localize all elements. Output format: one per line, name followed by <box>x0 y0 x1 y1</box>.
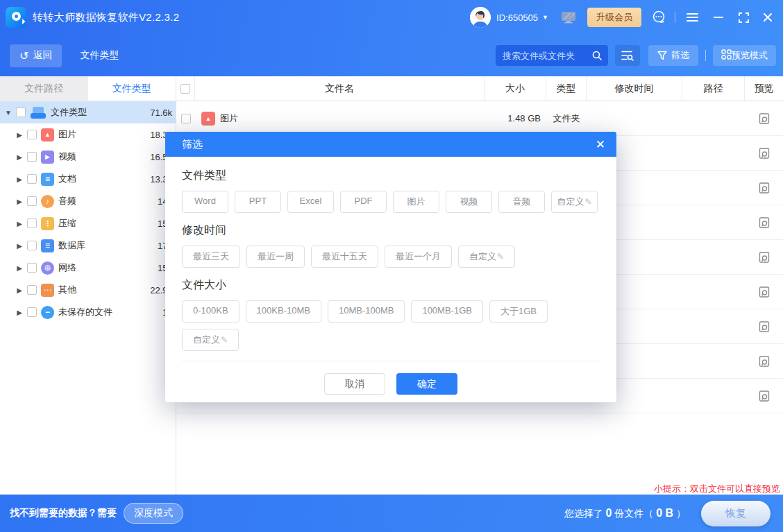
search-input[interactable] <box>503 51 591 61</box>
checkbox[interactable] <box>27 263 37 273</box>
preview-button[interactable] <box>745 320 783 333</box>
user-id[interactable]: ID:650505 <box>496 12 538 23</box>
option-custom-size[interactable]: 自定义✎ <box>182 329 239 351</box>
sidebar-item-documents[interactable]: ▶ ≡ 文档 13.3k <box>0 168 176 190</box>
menu-icon[interactable] <box>687 12 698 22</box>
column-path[interactable]: 路径 <box>682 76 745 101</box>
sidebar-item-network[interactable]: ▶ ⊕ 网络 15k <box>0 257 176 279</box>
sidebar-item-label: 其他 <box>58 284 76 296</box>
row-checkbox[interactable] <box>181 114 191 123</box>
sidebar-item-label: 图片 <box>58 128 76 141</box>
dialog-header[interactable]: 筛选 ✕ <box>165 132 616 157</box>
modified-time-options: 最近三天 最近一周 最近十五天 最近一个月 自定义✎ <box>182 246 600 268</box>
column-size[interactable]: 大小 <box>485 76 546 101</box>
sidebar-item-archives[interactable]: ▶ ⋮ 压缩 15k <box>0 212 176 234</box>
tab-file-path[interactable]: 文件路径 <box>0 76 88 101</box>
chevron-collapsed-icon[interactable]: ▶ <box>15 198 24 205</box>
column-filename[interactable]: 文件名 <box>195 76 485 101</box>
search-box[interactable] <box>496 45 608 66</box>
column-preview[interactable]: 预览 <box>745 76 783 101</box>
checkbox[interactable] <box>27 307 37 317</box>
chevron-collapsed-icon[interactable]: ▶ <box>15 264 24 272</box>
checkbox[interactable] <box>27 218 37 228</box>
option-custom-type[interactable]: 自定义✎ <box>551 191 598 213</box>
chevron-expanded-icon[interactable]: ▼ <box>4 109 12 117</box>
preview-button[interactable] <box>745 182 783 194</box>
option-last-week[interactable]: 最近一周 <box>246 246 305 268</box>
chevron-collapsed-icon[interactable]: ▶ <box>15 131 24 139</box>
option-image[interactable]: 图片 <box>393 191 439 213</box>
option-size-100mb-1gb[interactable]: 100MB-1GB <box>411 300 483 323</box>
maximize-icon[interactable] <box>739 12 749 23</box>
option-size-gt-1gb[interactable]: 大于1GB <box>489 300 548 323</box>
column-type[interactable]: 类型 <box>546 76 587 101</box>
upgrade-member-button[interactable]: 升级会员 <box>587 8 641 27</box>
device-monitor-icon[interactable] <box>561 11 576 24</box>
sidebar-item-audio[interactable]: ▶ ♪ 音频 14k <box>0 190 176 212</box>
chevron-collapsed-icon[interactable]: ▶ <box>15 242 24 250</box>
checkbox[interactable] <box>27 130 37 139</box>
app-window: 转转大师数据恢复软件V2.2.3.2 ID:650505 ▼ <box>0 0 783 532</box>
preview-mode-button[interactable]: 预览模式 <box>713 45 776 66</box>
sidebar-item-unsaved[interactable]: ▶ − 未保存的文件 1k <box>0 301 176 323</box>
option-last-15-days[interactable]: 最近十五天 <box>311 246 378 268</box>
option-ppt[interactable]: PPT <box>235 191 281 213</box>
sidebar-item-videos[interactable]: ▶ ▶ 视频 16.5k <box>0 146 176 168</box>
deep-scan-prompt: 找不到需要的数据？需要 <box>10 507 117 520</box>
chevron-collapsed-icon[interactable]: ▶ <box>15 220 24 228</box>
dialog-close-icon[interactable]: ✕ <box>596 139 605 151</box>
preview-button[interactable] <box>745 286 783 298</box>
checkbox[interactable] <box>27 241 37 250</box>
option-last-3-days[interactable]: 最近三天 <box>182 246 240 268</box>
select-all-checkbox[interactable] <box>180 84 190 94</box>
option-last-month[interactable]: 最近一个月 <box>385 246 452 268</box>
chevron-collapsed-icon[interactable]: ▶ <box>15 286 24 294</box>
preview-button[interactable] <box>745 216 783 229</box>
sidebar-item-other[interactable]: ▶ ⋯ 其他 22.9k <box>0 279 176 301</box>
chevron-collapsed-icon[interactable]: ▶ <box>15 309 24 316</box>
list-search-button[interactable] <box>615 45 640 66</box>
back-button[interactable]: ↺ 返回 <box>10 44 62 67</box>
option-word[interactable]: Word <box>182 191 228 213</box>
checkbox[interactable] <box>16 108 26 117</box>
sidebar-item-file-type[interactable]: ▼ 文件类型 71.6k <box>0 101 176 123</box>
preview-button[interactable] <box>745 147 783 160</box>
divider <box>705 50 706 61</box>
checkbox[interactable] <box>27 152 37 162</box>
confirm-button[interactable]: 确定 <box>396 373 457 395</box>
option-size-100kb-10mb[interactable]: 100KB-10MB <box>246 300 321 323</box>
customer-service-icon[interactable] <box>651 10 666 25</box>
deep-mode-button[interactable]: 深度模式 <box>124 503 183 524</box>
table-row[interactable]: ▲ 图片 1.48 GB 文件夹 <box>176 101 783 136</box>
option-size-0-100kb[interactable]: 0-100KB <box>182 300 239 323</box>
option-size-10mb-100mb[interactable]: 10MB-100MB <box>328 300 405 323</box>
option-video[interactable]: 视频 <box>446 191 492 213</box>
column-modified-time[interactable]: 修改时间 <box>587 76 682 101</box>
option-custom-time[interactable]: 自定义✎ <box>458 246 515 268</box>
cancel-button[interactable]: 取消 <box>324 373 385 395</box>
recover-button[interactable]: 恢复 <box>701 501 771 526</box>
close-icon[interactable] <box>763 12 773 22</box>
pencil-icon: ✎ <box>584 197 591 207</box>
chevron-collapsed-icon[interactable]: ▶ <box>15 153 24 161</box>
option-excel[interactable]: Excel <box>287 191 334 213</box>
preview-button[interactable] <box>745 390 783 402</box>
preview-button[interactable] <box>745 355 783 368</box>
preview-button[interactable] <box>745 112 783 125</box>
minimize-icon[interactable] <box>714 12 723 22</box>
chevron-down-icon[interactable]: ▼ <box>542 14 548 21</box>
chevron-collapsed-icon[interactable]: ▶ <box>15 175 24 183</box>
checkbox[interactable] <box>27 285 37 295</box>
option-audio[interactable]: 音频 <box>498 191 545 213</box>
search-icon[interactable] <box>591 50 603 61</box>
checkbox[interactable] <box>27 174 37 184</box>
checkbox[interactable] <box>27 196 37 206</box>
option-pdf[interactable]: PDF <box>340 191 387 213</box>
sidebar-item-database[interactable]: ▶ ≡ 数据库 17k <box>0 234 176 257</box>
app-title: 转转大师数据恢复软件V2.2.3.2 <box>33 11 179 24</box>
tab-file-type[interactable]: 文件类型 <box>88 76 176 101</box>
user-avatar[interactable] <box>470 7 491 28</box>
sidebar-item-images[interactable]: ▶ ▲ 图片 18.3k <box>0 123 176 146</box>
preview-button[interactable] <box>745 251 783 264</box>
filter-button[interactable]: 筛选 <box>648 45 698 66</box>
